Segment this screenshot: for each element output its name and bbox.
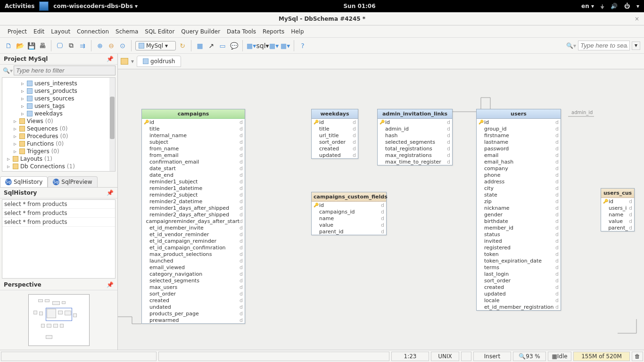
menu-connection[interactable]: Connection bbox=[74, 27, 112, 36]
tool1-button[interactable]: ▦▾ bbox=[247, 41, 256, 50]
column[interactable]: et_id_campaign_confimrationd bbox=[142, 244, 245, 251]
diagram-canvas[interactable]: admin_id users_id weekdays 🔑iddtitledurl… bbox=[118, 69, 644, 350]
column[interactable]: total_registrationsd bbox=[378, 145, 452, 152]
sqlhistory-list[interactable]: select * from products select * from pro… bbox=[2, 199, 116, 279]
column[interactable]: email_hashd bbox=[477, 158, 561, 165]
column[interactable]: cityd bbox=[477, 185, 561, 191]
column[interactable]: prewarmedd bbox=[142, 317, 245, 323]
table-admin-invitation-links[interactable]: admin_invitation_links 🔑iddadmin_iddhash… bbox=[377, 109, 453, 165]
menu-project[interactable]: Project bbox=[5, 27, 30, 36]
db-combo[interactable]: MySql ▾ bbox=[135, 41, 176, 50]
column[interactable]: emaild bbox=[477, 152, 561, 158]
open-button[interactable]: 📂 bbox=[15, 41, 25, 50]
menu-query-builder[interactable]: Query Builder bbox=[178, 27, 223, 36]
menu-edit[interactable]: Edit bbox=[31, 27, 47, 36]
column[interactable]: member_idd bbox=[477, 224, 561, 231]
tab-sqlpreview[interactable]: SqlSqlPreview bbox=[48, 176, 97, 187]
column[interactable]: et_id_member_registrationd bbox=[477, 304, 561, 310]
column[interactable]: date_endd bbox=[142, 172, 245, 178]
column[interactable]: reminder1_days_after_shippedd bbox=[142, 205, 245, 211]
menu-data-tools[interactable]: Data Tools bbox=[224, 27, 259, 36]
column[interactable]: localed bbox=[477, 297, 561, 304]
column[interactable]: invitedd bbox=[477, 238, 561, 244]
column[interactable]: date_startd bbox=[142, 165, 245, 172]
pin-icon[interactable]: 📌 bbox=[107, 56, 114, 62]
column[interactable]: 🔑idd bbox=[312, 119, 358, 125]
table-button[interactable]: ▦ bbox=[195, 41, 205, 50]
column[interactable]: genderd bbox=[477, 211, 561, 218]
comment-button[interactable]: 💬 bbox=[229, 41, 239, 50]
column[interactable]: birthdated bbox=[477, 218, 561, 224]
window-button[interactable]: ▭ bbox=[218, 41, 227, 50]
column[interactable]: token_expiration_dated bbox=[477, 257, 561, 264]
column[interactable]: addressd bbox=[477, 178, 561, 185]
zoom-fit-button[interactable]: ⊙ bbox=[118, 41, 127, 50]
history-item[interactable]: select * from products bbox=[2, 209, 115, 218]
column[interactable]: users_id bbox=[601, 205, 634, 211]
close-icon[interactable]: × bbox=[635, 16, 639, 22]
monitor-button[interactable]: 🖵 bbox=[55, 41, 65, 50]
column[interactable]: updatedd bbox=[312, 152, 358, 158]
column[interactable]: updatedd bbox=[477, 290, 561, 297]
column[interactable]: valued bbox=[601, 218, 634, 224]
zoom-in-button[interactable]: ⊕ bbox=[95, 41, 105, 50]
column[interactable]: launchedd bbox=[142, 257, 245, 264]
column[interactable]: url_titled bbox=[312, 132, 358, 139]
column[interactable]: products_per_paged bbox=[142, 310, 245, 317]
column[interactable]: companyd bbox=[477, 165, 561, 172]
pin-icon[interactable]: 📌 bbox=[107, 281, 114, 288]
column[interactable]: selected_segmentsd bbox=[378, 139, 452, 145]
column[interactable]: parent_idd bbox=[312, 228, 386, 235]
lang-indicator[interactable]: en ▾ bbox=[581, 3, 594, 9]
column[interactable]: named bbox=[312, 215, 386, 222]
column[interactable]: hashd bbox=[378, 132, 452, 139]
column[interactable]: reminder2_subjectd bbox=[142, 191, 245, 198]
column[interactable]: 🔑idd bbox=[477, 119, 561, 125]
table-users[interactable]: users 🔑iddgroup_iddfirstnamedlastnamedpa… bbox=[476, 109, 561, 311]
trash-icon[interactable]: 🗑 bbox=[632, 352, 643, 361]
column[interactable]: lastnamed bbox=[477, 139, 561, 145]
column[interactable]: reminder1_subjectd bbox=[142, 178, 245, 185]
folder-icon[interactable] bbox=[121, 58, 128, 65]
help-button[interactable]: ? bbox=[298, 41, 307, 50]
column[interactable]: reminder2_days_after_shippedd bbox=[142, 211, 245, 218]
schema-tree[interactable]: ▹users_interests ▹users_products ▹users_… bbox=[2, 77, 116, 172]
column[interactable]: email_viewedd bbox=[142, 264, 245, 271]
column[interactable]: subjectd bbox=[142, 139, 245, 145]
clock[interactable]: Sun 01:06 bbox=[138, 3, 581, 9]
tree-table-item[interactable]: ▹users_sources bbox=[2, 95, 115, 102]
tree-folder-functions[interactable]: ▹Functions (0) bbox=[2, 140, 115, 148]
zoom-out-button[interactable]: ⊖ bbox=[107, 41, 116, 50]
column[interactable]: passwordd bbox=[477, 145, 561, 152]
column[interactable]: last_logind bbox=[477, 271, 561, 277]
tool2-button[interactable]: sql▾ bbox=[258, 41, 267, 50]
power-icon[interactable]: ⏻ bbox=[624, 3, 630, 9]
volume-icon[interactable]: 🔊 bbox=[611, 3, 618, 9]
column[interactable]: 🔑idd bbox=[312, 202, 386, 208]
app-name[interactable]: com-wisecoders-dbs-Dbs ▾ bbox=[53, 3, 138, 9]
column[interactable]: internal_named bbox=[142, 132, 245, 139]
chevron-down-icon[interactable]: ▾ bbox=[131, 58, 134, 65]
activities-button[interactable]: Activities bbox=[5, 3, 34, 9]
column[interactable]: tokend bbox=[477, 251, 561, 257]
column[interactable]: phoned bbox=[477, 172, 561, 178]
dropdown-icon[interactable]: ▾ bbox=[636, 3, 639, 9]
column[interactable]: titled bbox=[312, 125, 358, 132]
status-zoom[interactable]: 🔍 93 % bbox=[513, 352, 546, 361]
tool3-button[interactable]: ▦▾ bbox=[269, 41, 279, 50]
table-campaigns-custom-fields[interactable]: campaigns_custom_fields 🔑iddcampaigns_id… bbox=[311, 192, 387, 235]
tree-folder-triggers[interactable]: ▹Triggers (0) bbox=[2, 148, 115, 155]
column[interactable]: max_product_selectionsd bbox=[142, 251, 245, 257]
column[interactable]: sort_orderd bbox=[312, 139, 358, 145]
tool4-button[interactable]: ▦▾ bbox=[281, 41, 290, 50]
column[interactable]: registeredd bbox=[477, 244, 561, 251]
column[interactable]: from_emaild bbox=[142, 152, 245, 158]
new-button[interactable]: 🗋 bbox=[4, 41, 13, 50]
save-button[interactable]: 💾 bbox=[26, 41, 36, 50]
history-item[interactable]: select * from products bbox=[2, 200, 115, 209]
column[interactable]: createdd bbox=[477, 284, 561, 290]
column[interactable]: reminder1_datetimed bbox=[142, 185, 245, 191]
tree-root-layouts[interactable]: ▹Layouts (1) bbox=[2, 155, 115, 163]
column[interactable]: statusd bbox=[477, 231, 561, 238]
tree-table-item[interactable]: ▹users_products bbox=[2, 87, 115, 95]
